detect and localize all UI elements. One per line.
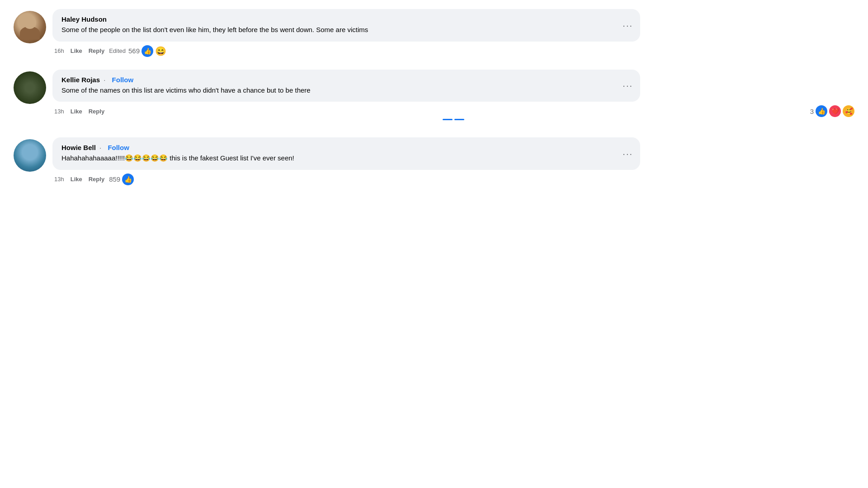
howie-comment-content: Howie Bell · Follow Hahahahahaaaaa!!!!!😂… bbox=[52, 137, 854, 185]
kellie-comment-content: Kellie Rojas · Follow Some of the names … bbox=[52, 70, 854, 121]
haley-comment-content: Haley Hudson Some of the people on the l… bbox=[52, 9, 854, 57]
haley-reply-button[interactable]: Reply bbox=[87, 46, 106, 56]
comments-feed: Haley Hudson Some of the people on the l… bbox=[0, 0, 868, 207]
haley-text: Some of the people on the list don't eve… bbox=[61, 25, 631, 35]
haley-edited-label: Edited bbox=[109, 47, 126, 54]
kellie-more-options[interactable]: ··· bbox=[623, 80, 633, 91]
kellie-time: 13h bbox=[54, 108, 64, 115]
howie-reply-button[interactable]: Reply bbox=[87, 174, 106, 184]
howie-separator: · bbox=[99, 144, 101, 151]
comment-kellie: Kellie Rojas · Follow Some of the names … bbox=[14, 70, 854, 121]
kellie-text: Some of the names on this list are victi… bbox=[61, 85, 631, 96]
haley-bubble: Haley Hudson Some of the people on the l… bbox=[52, 9, 640, 42]
howie-actions: 13h Like Reply 859 👍 bbox=[52, 174, 854, 185]
haley-actions: 16h Like Reply Edited 569 👍 😄 bbox=[52, 45, 854, 57]
scroll-indicator bbox=[52, 119, 854, 120]
kellie-actions: 13h Like Reply 3 👍 ❤️ 🥰 bbox=[52, 105, 854, 117]
howie-like-button[interactable]: Like bbox=[69, 174, 84, 184]
howie-bubble: Howie Bell · Follow Hahahahahaaaaa!!!!!😂… bbox=[52, 137, 640, 170]
howie-time: 13h bbox=[54, 176, 64, 183]
kellie-reaction-count: 3 bbox=[810, 108, 814, 115]
comment-howie: Howie Bell · Follow Hahahahahaaaaa!!!!!😂… bbox=[14, 137, 854, 185]
howie-avatar bbox=[14, 139, 46, 172]
kellie-love-icon: ❤️ bbox=[829, 105, 841, 117]
kellie-bubble: Kellie Rojas · Follow Some of the names … bbox=[52, 70, 640, 102]
howie-text: Hahahahahaaaaa!!!!!😂😂😂😂😂 this is the fak… bbox=[61, 153, 631, 164]
howie-reactions: 859 👍 bbox=[109, 174, 134, 185]
kellie-avatar bbox=[14, 71, 46, 104]
scroll-piece-1 bbox=[443, 119, 453, 120]
howie-more-options[interactable]: ··· bbox=[623, 148, 633, 159]
kellie-like-icon: 👍 bbox=[816, 105, 827, 117]
kellie-author: Kellie Rojas bbox=[61, 76, 100, 84]
haley-reaction-count: 569 bbox=[128, 47, 140, 55]
haley-like-icon: 👍 bbox=[142, 45, 153, 57]
howie-follow-button[interactable]: Follow bbox=[108, 144, 129, 151]
kellie-separator: · bbox=[104, 76, 105, 84]
haley-more-options[interactable]: ··· bbox=[623, 20, 633, 30]
haley-haha-icon: 😄 bbox=[155, 46, 166, 56]
haley-like-button[interactable]: Like bbox=[69, 46, 84, 56]
haley-reactions: 569 👍 😄 bbox=[128, 45, 166, 57]
comment-haley: Haley Hudson Some of the people on the l… bbox=[14, 9, 854, 57]
haley-avatar bbox=[14, 11, 46, 43]
kellie-like-button[interactable]: Like bbox=[69, 106, 84, 117]
howie-author: Howie Bell bbox=[61, 144, 96, 151]
howie-like-icon: 👍 bbox=[122, 174, 134, 185]
kellie-reply-button[interactable]: Reply bbox=[87, 106, 106, 117]
scroll-piece-2 bbox=[454, 119, 464, 120]
kellie-follow-button[interactable]: Follow bbox=[112, 76, 134, 84]
haley-author: Haley Hudson bbox=[61, 15, 107, 23]
howie-reaction-count: 859 bbox=[109, 175, 120, 183]
kellie-wow-icon: 🥰 bbox=[843, 105, 854, 117]
kellie-reactions: 3 👍 ❤️ 🥰 bbox=[810, 105, 854, 117]
haley-time: 16h bbox=[54, 47, 64, 54]
